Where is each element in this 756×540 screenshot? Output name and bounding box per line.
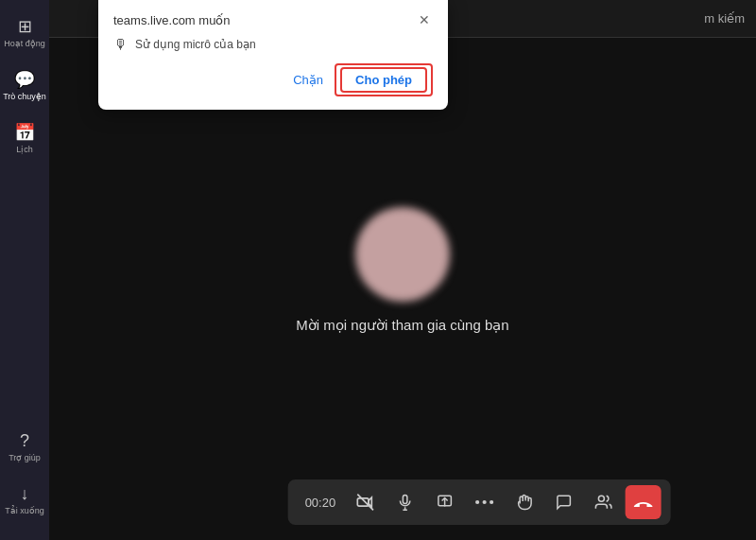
chat-sidebar-icon: 💬 (14, 69, 35, 90)
sidebar-item-activity[interactable]: ⊞ Hoạt động (2, 8, 47, 57)
activity-icon: ⊞ (18, 16, 32, 37)
avatar-container: Mời mọi người tham gia cùng bạn (296, 207, 508, 334)
participants-btn[interactable] (585, 485, 621, 519)
sidebar-item-help-label: Trợ giúp (9, 454, 41, 463)
svg-point-8 (482, 500, 486, 504)
main-area: teams.live.com muốn ✕ 🎙 Sử dụng micrô củ… (49, 0, 756, 540)
sidebar-item-chat[interactable]: 💬 Trò chuyện (2, 61, 47, 110)
block-button[interactable]: Chặn (293, 73, 323, 87)
svg-point-7 (475, 500, 479, 504)
mic-permission-icon: 🎙 (113, 36, 128, 52)
popup-mic-row: 🎙 Sử dụng micrô của bạn (113, 36, 433, 52)
raise-hand-btn[interactable] (506, 485, 541, 519)
popup-site: teams.live.com muốn (113, 13, 231, 27)
topbar-search: m kiếm (704, 11, 745, 26)
help-icon: ? (20, 431, 29, 451)
end-call-btn[interactable] (625, 485, 661, 519)
popup-close-btn[interactable]: ✕ (416, 11, 433, 28)
avatar (355, 207, 450, 302)
invite-text: Mời mọi người tham gia cùng bạn (296, 317, 508, 334)
sidebar-item-download-label: Tải xuống (5, 507, 44, 516)
search-placeholder: m kiếm (704, 11, 745, 26)
svg-point-9 (490, 500, 493, 504)
popup-actions: Chặn Cho phép (113, 63, 433, 96)
mic-btn[interactable] (387, 485, 422, 519)
video-area: Mời mọi người tham gia cùng bạn 00:20 (49, 38, 756, 540)
svg-rect-2 (403, 496, 407, 504)
allow-button[interactable]: Cho phép (340, 67, 427, 93)
sidebar-item-calendar-label: Lịch (16, 146, 33, 155)
more-btn[interactable] (466, 485, 502, 519)
sidebar-item-help[interactable]: ? Trợ giúp (2, 423, 47, 472)
permission-popup: teams.live.com muốn ✕ 🎙 Sử dụng micrô củ… (98, 0, 448, 110)
call-timer: 00:20 (298, 496, 344, 510)
sidebar-item-download[interactable]: ↓ Tải xuống (2, 476, 47, 525)
share-btn[interactable] (426, 485, 462, 519)
download-icon: ↓ (21, 484, 29, 504)
sidebar-item-activity-label: Hoạt động (4, 40, 45, 49)
popup-mic-label: Sử dụng micrô của bạn (135, 38, 256, 51)
sidebar-item-chat-label: Trò chuyện (3, 93, 46, 102)
chat-btn[interactable] (545, 485, 581, 519)
camera-off-btn[interactable] (347, 485, 383, 519)
controls-bar: 00:20 (288, 479, 671, 525)
calendar-icon: 📅 (14, 122, 35, 143)
allow-highlight: Cho phép (335, 63, 433, 96)
svg-point-10 (598, 496, 604, 501)
sidebar-item-calendar[interactable]: 📅 Lịch (2, 113, 47, 163)
popup-header: teams.live.com muốn ✕ (113, 11, 433, 28)
sidebar: ⊞ Hoạt động 💬 Trò chuyện 📅 Lịch ? Trợ gi… (0, 0, 49, 540)
sidebar-bottom: ? Trợ giúp ↓ Tải xuống (2, 423, 47, 532)
